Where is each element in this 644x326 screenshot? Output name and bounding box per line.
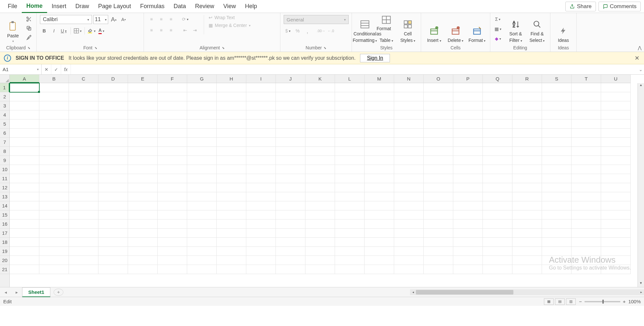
- cell-G7[interactable]: [187, 138, 217, 147]
- cell-F8[interactable]: [158, 147, 187, 156]
- cell-A12[interactable]: [10, 183, 39, 192]
- cell-S15[interactable]: [542, 210, 572, 219]
- align-middle-button[interactable]: ≡: [157, 15, 165, 23]
- cell-K16[interactable]: [305, 219, 335, 229]
- row-header-8[interactable]: 8: [0, 147, 9, 156]
- cell-M8[interactable]: [365, 147, 394, 156]
- cell-J15[interactable]: [276, 210, 305, 219]
- cell-S9[interactable]: [542, 156, 572, 165]
- column-header-R[interactable]: R: [512, 75, 542, 83]
- cell-D11[interactable]: [98, 174, 128, 183]
- cell-K12[interactable]: [305, 183, 335, 192]
- cell-U20[interactable]: [601, 256, 631, 265]
- cell-C11[interactable]: [69, 174, 98, 183]
- cell-R20[interactable]: [512, 256, 542, 265]
- cell-U14[interactable]: [601, 201, 631, 210]
- cell-F14[interactable]: [158, 201, 187, 210]
- cell-P5[interactable]: [453, 119, 483, 129]
- cell-A10[interactable]: [10, 165, 39, 174]
- cell-K7[interactable]: [305, 138, 335, 147]
- cell-C5[interactable]: [69, 119, 98, 129]
- cell-C20[interactable]: [69, 256, 98, 265]
- cell-M16[interactable]: [365, 219, 394, 229]
- cell-H16[interactable]: [217, 219, 246, 229]
- cell-S21[interactable]: [542, 265, 572, 274]
- cell-R4[interactable]: [512, 110, 542, 119]
- cell-M19[interactable]: [365, 247, 394, 256]
- cell-N1[interactable]: [394, 83, 424, 92]
- cell-D1[interactable]: [98, 83, 128, 92]
- sign-in-button[interactable]: Sign In: [360, 54, 390, 62]
- cell-A20[interactable]: [10, 256, 39, 265]
- cell-H13[interactable]: [217, 192, 246, 201]
- font-color-button[interactable]: A: [97, 27, 106, 35]
- cell-R19[interactable]: [512, 247, 542, 256]
- cell-S10[interactable]: [542, 165, 572, 174]
- row-header-4[interactable]: 4: [0, 110, 9, 119]
- cell-K18[interactable]: [305, 238, 335, 247]
- cell-N18[interactable]: [394, 238, 424, 247]
- cell-P21[interactable]: [453, 265, 483, 274]
- cell-H7[interactable]: [217, 138, 246, 147]
- cell-Q21[interactable]: [483, 265, 512, 274]
- cell-C16[interactable]: [69, 219, 98, 229]
- cell-R14[interactable]: [512, 201, 542, 210]
- cell-A8[interactable]: [10, 147, 39, 156]
- cell-S19[interactable]: [542, 247, 572, 256]
- cell-K15[interactable]: [305, 210, 335, 219]
- row-header-1[interactable]: 1: [0, 83, 9, 92]
- cell-D18[interactable]: [98, 238, 128, 247]
- cell-A16[interactable]: [10, 219, 39, 229]
- cell-O20[interactable]: [424, 256, 453, 265]
- cell-G8[interactable]: [187, 147, 217, 156]
- cell-D6[interactable]: [98, 129, 128, 138]
- cell-C19[interactable]: [69, 247, 98, 256]
- cell-N20[interactable]: [394, 256, 424, 265]
- cell-M18[interactable]: [365, 238, 394, 247]
- row-header-3[interactable]: 3: [0, 101, 9, 110]
- cell-K10[interactable]: [305, 165, 335, 174]
- cell-H1[interactable]: [217, 83, 246, 92]
- decrease-decimal-button[interactable]: ←.0: [327, 27, 335, 35]
- cell-I17[interactable]: [246, 229, 276, 238]
- cell-C3[interactable]: [69, 101, 98, 110]
- cell-C7[interactable]: [69, 138, 98, 147]
- cell-Q16[interactable]: [483, 219, 512, 229]
- cell-M3[interactable]: [365, 101, 394, 110]
- cell-J12[interactable]: [276, 183, 305, 192]
- cell-I6[interactable]: [246, 129, 276, 138]
- wrap-text-button[interactable]: ↩Wrap Text: [209, 15, 251, 20]
- cell-M17[interactable]: [365, 229, 394, 238]
- cell-N5[interactable]: [394, 119, 424, 129]
- cell-Q7[interactable]: [483, 138, 512, 147]
- cell-D8[interactable]: [98, 147, 128, 156]
- row-header-2[interactable]: 2: [0, 92, 9, 101]
- cell-T14[interactable]: [572, 201, 601, 210]
- cell-L18[interactable]: [335, 238, 365, 247]
- column-header-E[interactable]: E: [128, 75, 158, 83]
- cell-E13[interactable]: [128, 192, 158, 201]
- cell-J20[interactable]: [276, 256, 305, 265]
- cell-I18[interactable]: [246, 238, 276, 247]
- font-name-select[interactable]: Calibri▾: [40, 15, 92, 24]
- bold-button[interactable]: B: [40, 27, 48, 35]
- cell-A4[interactable]: [10, 110, 39, 119]
- cell-I10[interactable]: [246, 165, 276, 174]
- row-header-21[interactable]: 21: [0, 265, 9, 274]
- fill-color-button[interactable]: [87, 27, 96, 35]
- row-header-13[interactable]: 13: [0, 192, 9, 201]
- cell-P20[interactable]: [453, 256, 483, 265]
- cell-N12[interactable]: [394, 183, 424, 192]
- cell-J18[interactable]: [276, 238, 305, 247]
- cell-I15[interactable]: [246, 210, 276, 219]
- cell-J16[interactable]: [276, 219, 305, 229]
- row-header-14[interactable]: 14: [0, 201, 9, 210]
- format-as-table-button[interactable]: Format asTable: [377, 15, 396, 43]
- cell-Q20[interactable]: [483, 256, 512, 265]
- cell-E2[interactable]: [128, 92, 158, 101]
- cancel-formula-button[interactable]: ✕: [42, 64, 51, 74]
- cell-H18[interactable]: [217, 238, 246, 247]
- cell-D20[interactable]: [98, 256, 128, 265]
- cell-K11[interactable]: [305, 174, 335, 183]
- cell-M11[interactable]: [365, 174, 394, 183]
